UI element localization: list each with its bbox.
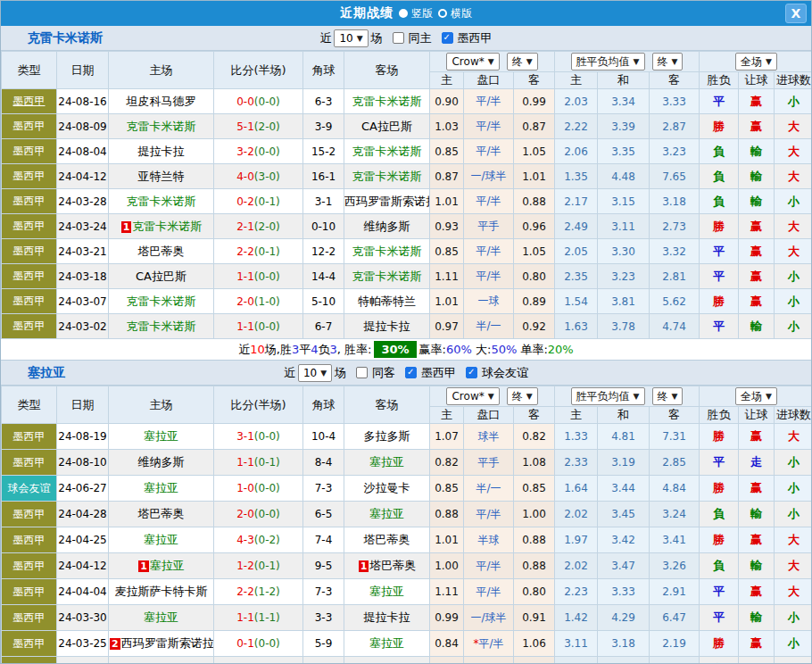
team-link[interactable]: 克雷卡米诺斯 xyxy=(127,320,196,333)
team-link[interactable]: 塞拉亚 xyxy=(369,455,404,469)
recent-count-select-2[interactable]: 10▼ xyxy=(298,364,332,382)
league-type-cell[interactable]: 墨西甲 xyxy=(2,239,57,264)
league-label-mx-2[interactable]: 墨西甲 xyxy=(421,365,456,381)
odds-away-cell: 1.06 xyxy=(514,657,555,664)
league-type-cell[interactable]: 墨西甲 xyxy=(2,424,57,450)
team-name-2[interactable]: 塞拉亚 xyxy=(28,365,65,381)
team-link[interactable]: 塔巴蒂奥 xyxy=(364,533,410,546)
team-link[interactable]: 克雷卡米诺斯 xyxy=(352,270,422,283)
league-type-cell[interactable]: 墨西甲 xyxy=(2,657,57,664)
league-type-cell[interactable]: 墨西甲 xyxy=(2,605,57,631)
avg-away-odds-cell: 2.87 xyxy=(650,114,700,139)
league-type-cell[interactable]: 球会友谊 xyxy=(2,476,57,502)
league-type-cell[interactable]: 墨西甲 xyxy=(2,214,57,239)
away-team-cell: 塞拉亚 xyxy=(344,450,430,476)
team-link[interactable]: 塞拉亚 xyxy=(369,507,404,520)
league-type-cell[interactable]: 墨西甲 xyxy=(2,114,57,139)
league-type-cell[interactable]: 墨西甲 xyxy=(2,189,57,214)
avg-select-1[interactable]: 胜平负均值▼ xyxy=(571,53,645,71)
home-team-cell: 维纳多斯 xyxy=(109,450,214,476)
team-link[interactable]: 塔巴蒂奥 xyxy=(138,245,185,258)
team-link[interactable]: 特帕蒂特兰 xyxy=(358,295,416,308)
league-type-cell[interactable]: 墨西甲 xyxy=(2,139,57,164)
radio-label-vertical[interactable]: 竖版 xyxy=(411,6,433,21)
avg-select-2[interactable]: 胜平负均值▼ xyxy=(571,387,645,405)
league-type-cell[interactable]: 墨西甲 xyxy=(2,631,57,657)
team-link[interactable]: CA拉巴斯 xyxy=(136,270,186,283)
team-link[interactable]: 西玛罗雷斯索诺拉 xyxy=(121,636,214,650)
team-link[interactable]: 克雷卡米诺斯 xyxy=(127,120,196,133)
league-checkbox-mx-1[interactable] xyxy=(442,32,453,44)
same-venue-checkbox-2[interactable] xyxy=(356,367,368,378)
team-link[interactable]: 塞拉亚 xyxy=(369,636,404,650)
team-link[interactable]: CA拉巴斯 xyxy=(361,120,412,133)
team-link[interactable]: 维纳多斯 xyxy=(138,455,185,469)
radio-label-horizontal[interactable]: 横版 xyxy=(451,6,472,21)
halftime-score: (0-1) xyxy=(254,195,280,208)
league-checkbox-mx-2[interactable] xyxy=(405,367,417,378)
team-link[interactable]: 塞拉亚 xyxy=(144,610,178,624)
team-link[interactable]: 克雷卡米诺斯 xyxy=(352,245,422,258)
bookmaker-select-2[interactable]: Crow*▼ xyxy=(446,387,499,405)
league-type-cell[interactable]: 墨西甲 xyxy=(2,289,57,314)
team-link[interactable]: 塞拉亚 xyxy=(369,585,404,598)
date-cell: 24-03-30 xyxy=(57,605,109,631)
fulltime-select-1[interactable]: 全场▼ xyxy=(735,53,777,71)
team-link[interactable]: 塞拉亚 xyxy=(144,429,178,443)
league-type-cell[interactable]: 墨西甲 xyxy=(2,579,57,605)
result-goals-cell: 小 xyxy=(775,476,812,502)
league-type-cell[interactable]: 墨西甲 xyxy=(2,502,57,527)
radio-icon-horizontal[interactable] xyxy=(438,9,447,18)
same-venue-checkbox-1[interactable] xyxy=(393,32,404,44)
league-type-cell[interactable]: 墨西甲 xyxy=(2,553,57,579)
close-button[interactable]: X xyxy=(785,4,807,23)
result-wdl-cell: 勝 xyxy=(700,114,739,139)
radio-icon-vertical[interactable] xyxy=(399,9,408,18)
team-link[interactable]: 沙拉曼卡 xyxy=(364,481,410,494)
team-link[interactable]: 西玛罗雷斯索诺拉 xyxy=(344,195,430,208)
team-link[interactable]: 提拉卡拉 xyxy=(138,145,185,158)
league-type-cell[interactable]: 墨西甲 xyxy=(2,264,57,289)
team-link[interactable]: 维纳多斯 xyxy=(364,220,410,233)
team-link[interactable]: 多拉多斯 xyxy=(364,429,410,443)
league-checkbox-friendly-2[interactable] xyxy=(466,367,477,378)
same-venue-label-2[interactable]: 同客 xyxy=(372,365,395,381)
recent-count-select-1[interactable]: 10▼ xyxy=(334,29,368,47)
team-name-1[interactable]: 克雷卡米诺斯 xyxy=(28,30,103,46)
fulltime-select-2[interactable]: 全场▼ xyxy=(735,387,777,405)
team-link[interactable]: 克雷卡米诺斯 xyxy=(352,170,422,183)
league-type-cell[interactable]: 墨西甲 xyxy=(2,314,57,339)
team-link[interactable]: 克雷卡米诺斯 xyxy=(352,145,422,158)
league-type-cell[interactable]: 墨西甲 xyxy=(2,450,57,476)
col-header-odds-away: 客 xyxy=(514,72,555,89)
final-select-b1[interactable]: 终▼ xyxy=(652,53,684,71)
same-venue-label-1[interactable]: 同主 xyxy=(409,30,432,46)
team-link[interactable]: 塞拉亚 xyxy=(150,559,185,572)
league-label-friendly-2[interactable]: 球会友谊 xyxy=(482,365,528,381)
league-type-cell[interactable]: 墨西甲 xyxy=(2,164,57,189)
final-select-b2[interactable]: 终▼ xyxy=(652,387,684,405)
team-link[interactable]: 克雷卡米诺斯 xyxy=(352,95,422,108)
league-type-cell[interactable]: 墨西甲 xyxy=(2,89,57,114)
team-link[interactable]: 克雷卡米诺斯 xyxy=(127,295,196,308)
team-link[interactable]: 提拉卡拉 xyxy=(364,610,410,624)
home-team-cell: 克雷卡米诺斯 xyxy=(109,189,214,214)
team-link[interactable]: 提拉卡拉 xyxy=(364,320,410,333)
team-link[interactable]: 亚特兰特 xyxy=(138,170,185,183)
team-link[interactable]: 麦拉斯萨卡特卡斯 xyxy=(115,585,208,598)
league-type-cell[interactable]: 墨西甲 xyxy=(2,527,57,553)
layout-radio-vertical[interactable]: 竖版 xyxy=(399,6,433,21)
team-link[interactable]: 塔巴蒂奥 xyxy=(138,507,185,520)
team-link[interactable]: 坦皮科马德罗 xyxy=(127,95,196,108)
final-select-a1[interactable]: 终▼ xyxy=(507,53,538,71)
team-link[interactable]: 塔巴蒂奥 xyxy=(369,559,416,572)
avg-home-odds-cell: 2.33 xyxy=(555,450,598,476)
team-link[interactable]: 塞拉亚 xyxy=(144,533,178,546)
league-label-mx-1[interactable]: 墨西甲 xyxy=(458,30,493,46)
team-link[interactable]: 塞拉亚 xyxy=(144,481,178,494)
final-select-a2[interactable]: 终▼ xyxy=(507,387,538,405)
team-link[interactable]: 克雷卡米诺斯 xyxy=(127,195,196,208)
team-link[interactable]: 克雷卡米诺斯 xyxy=(132,220,202,233)
layout-radio-horizontal[interactable]: 横版 xyxy=(438,6,472,21)
bookmaker-select-1[interactable]: Crow*▼ xyxy=(446,53,499,71)
